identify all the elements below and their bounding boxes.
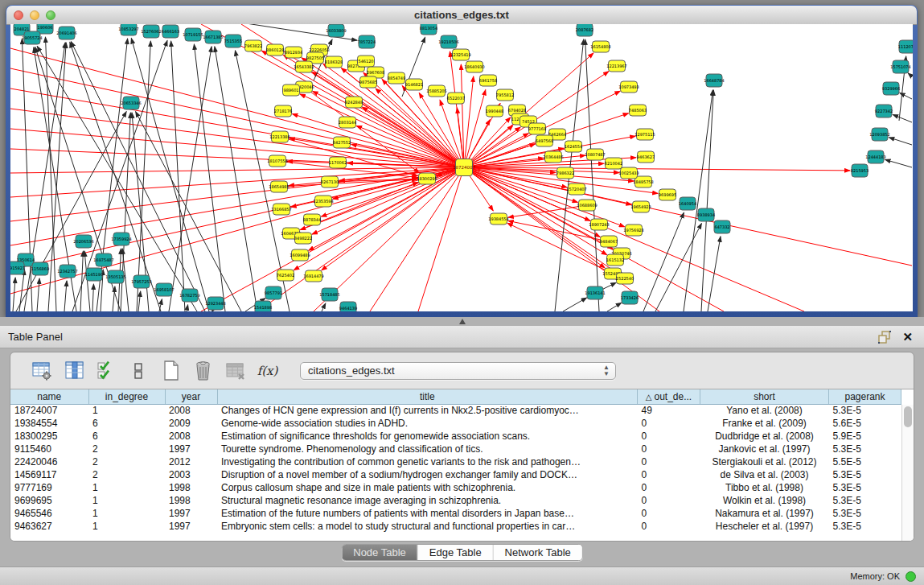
graph-node[interactable]: 15720407 (566, 183, 586, 195)
graph-node[interactable]: 10807487 (585, 149, 605, 160)
table-settings-icon[interactable] (31, 360, 53, 381)
graph-node[interactable]: 1156869 (31, 262, 49, 275)
graph-node[interactable]: 19055724 (22, 31, 42, 44)
table-row[interactable]: 1456911722003Disruption of a novel membe… (10, 468, 901, 481)
graph-node[interactable]: 20653346 (121, 97, 141, 109)
graph-node[interactable]: 9857791 (265, 286, 282, 299)
graph-node[interactable]: 19136141 (585, 286, 605, 299)
graph-node[interactable]: 10973493 (618, 81, 639, 93)
table-scrollbar-thumb[interactable] (904, 406, 912, 427)
graph-node[interactable]: 8912934 (285, 47, 302, 58)
graph-node[interactable]: 16671385 (203, 31, 223, 43)
graph-node[interactable]: 16958107 (154, 283, 174, 296)
graph-node[interactable]: 9329966 (882, 82, 900, 95)
graph-node[interactable]: 7857224 (358, 35, 376, 48)
rows-icon[interactable] (128, 360, 150, 381)
table-source-select[interactable]: citations_edges.txt ▲▼ (300, 362, 616, 380)
graph-node[interactable]: 7515355 (224, 35, 242, 47)
graph-node[interactable]: 1170062 (329, 157, 347, 168)
graph-node[interactable]: 1624554 (565, 141, 582, 152)
graph-node[interactable]: 8186328 (325, 56, 343, 68)
graph-node[interactable]: 16914479 (303, 270, 323, 282)
graph-node[interactable]: 7485063 (629, 105, 647, 116)
graph-node[interactable]: 1990448 (486, 105, 503, 117)
graph-node[interactable]: 2803144 (339, 117, 356, 128)
graph-node[interactable]: 1541898 (254, 301, 272, 311)
table-row[interactable]: 1872400712008Changes of HCN gene express… (10, 404, 901, 417)
graph-node[interactable]: 9875685 (359, 76, 377, 88)
column-header-title[interactable]: title (217, 389, 638, 404)
select-rows-icon[interactable] (96, 360, 117, 381)
tab-node-table[interactable]: Node Table (342, 545, 418, 560)
graph-node[interactable]: 12093852 (869, 128, 889, 141)
graph-node[interactable]: 10719155 (183, 28, 203, 41)
graph-node[interactable]: 9463627 (637, 151, 655, 163)
graph-node[interactable]: 3498222 (294, 233, 312, 244)
graph-node[interactable]: 18640930 (464, 61, 484, 72)
graph-node[interactable]: 16648784 (704, 74, 724, 87)
table-row[interactable]: 911546021997Tourette syndrome. Phenomeno… (10, 443, 901, 455)
graph-node[interactable]: 7625402 (277, 270, 294, 281)
graph-node[interactable]: 8813054 (420, 24, 437, 35)
table-header-row[interactable]: namein_degreeyeartitle△out_de...shortpag… (10, 389, 901, 404)
graph-node[interactable]: 989601 (283, 84, 300, 96)
graph-node[interactable]: 17957253 (131, 275, 151, 288)
graph-node[interactable]: 19654923 (630, 201, 651, 212)
graph-node[interactable]: 16099489 (290, 249, 310, 261)
graph-node[interactable]: 8878344 (303, 214, 321, 225)
new-file-icon[interactable] (160, 360, 182, 381)
tab-edge-table[interactable]: Edge Table (418, 545, 494, 560)
graph-node[interactable]: 7955812 (496, 89, 514, 101)
graph-node[interactable]: 20691406 (56, 27, 76, 39)
graph-node[interactable]: 18907243 (589, 219, 609, 230)
graph-node[interactable]: 10688609 (577, 200, 597, 211)
graph-node[interactable]: 2087682 (576, 24, 593, 36)
zoom-window-icon[interactable] (46, 10, 55, 20)
graph-node[interactable]: 20364486 (543, 151, 563, 163)
graph-node[interactable]: 16154808 (590, 41, 610, 52)
graph-node[interactable]: 9242848 (345, 97, 363, 108)
graph-node[interactable]: 1615132 (606, 254, 624, 266)
trash-icon[interactable] (192, 360, 214, 381)
graph-node[interactable]: 9484067 (600, 236, 618, 247)
graph-node[interactable]: 16033809 (326, 24, 346, 37)
graph-node[interactable]: 16975487 (93, 253, 113, 266)
graph-node[interactable]: 3915923 (10, 262, 25, 274)
column-visibility-icon[interactable] (64, 360, 85, 381)
table-row[interactable]: 2242004622012Investigating the contribut… (10, 455, 901, 468)
graph-node[interactable]: 12342757 (57, 265, 77, 278)
graph-node[interactable]: 20206536 (73, 235, 93, 248)
graph-node[interactable]: 18300295 (417, 173, 437, 184)
graph-node[interactable]: 12213967 (606, 60, 626, 72)
graph-node[interactable]: 1112078 (898, 40, 913, 53)
graph-node[interactable]: 12213386 (269, 131, 290, 142)
graph-node[interactable]: 8860128 (266, 44, 284, 56)
graph-node[interactable]: 6961758 (479, 75, 497, 86)
table-row[interactable]: 946554611997Estimation of the future num… (10, 507, 901, 520)
graph-node[interactable]: 6522037 (447, 93, 465, 104)
close-window-icon[interactable] (14, 10, 23, 20)
graph-node[interactable]: 647332 (714, 220, 730, 233)
table-row[interactable]: 946362711997Embryonic stem cells: a mode… (10, 520, 901, 533)
graph-node[interactable]: 9699695 (659, 189, 676, 200)
column-header-out-de-[interactable]: △out_de... (638, 389, 700, 404)
float-panel-icon[interactable] (878, 331, 894, 344)
table-row[interactable]: 977716911998Corpus callosum shape and si… (10, 481, 901, 494)
graph-node[interactable]: 10025433 (618, 167, 639, 179)
graph-node[interactable]: 17359924 (111, 233, 131, 245)
graph-node[interactable]: 19384554 (488, 213, 508, 225)
graph-node[interactable]: 19756928 (623, 225, 643, 236)
graph-node[interactable]: 13166857 (271, 204, 291, 215)
graph-node[interactable]: 6466163 (162, 25, 179, 38)
column-header-name[interactable]: name (10, 389, 88, 404)
graph-node[interactable]: 1145190 (85, 268, 103, 281)
graph-node[interactable]: 12975115 (634, 129, 655, 140)
graph-node[interactable]: 7986322 (556, 167, 574, 179)
table-scrollbar[interactable] (901, 405, 914, 541)
column-header-short[interactable]: short (700, 389, 829, 404)
graph-node[interactable]: 9777169 (528, 123, 546, 134)
function-icon[interactable]: f(x) (257, 360, 278, 381)
graph-node[interactable]: 18654985 (269, 181, 289, 192)
graph-node[interactable]: 6210042 (605, 158, 622, 169)
graph-node[interactable]: 8427552 (333, 137, 351, 148)
